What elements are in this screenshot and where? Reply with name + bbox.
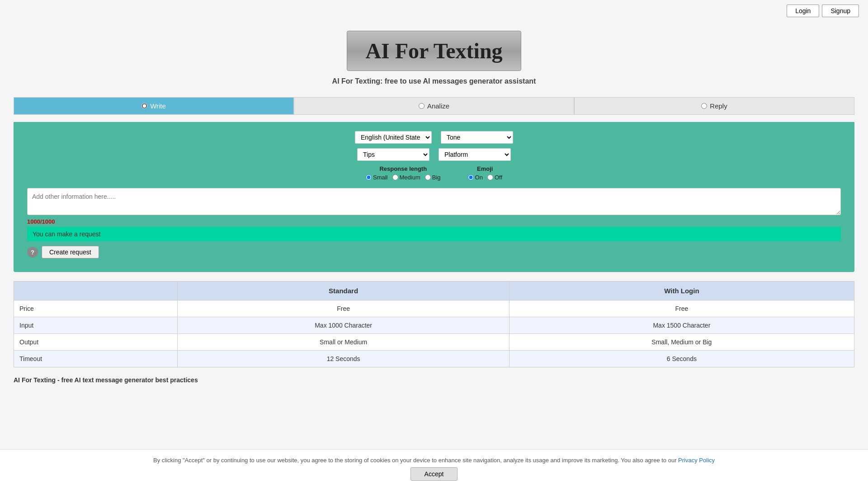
login-button[interactable]: Login (787, 5, 819, 17)
signup-button[interactable]: Signup (822, 5, 859, 17)
status-bar: You can make a request (27, 227, 841, 241)
create-request-button[interactable]: Create request (42, 246, 99, 258)
tab-write[interactable]: Write (14, 97, 294, 115)
size-big-text: Big (432, 174, 441, 181)
options-row: Response length Small Medium Big Emoji (27, 165, 841, 181)
emoji-off-radio[interactable] (487, 174, 493, 180)
response-length-radios: Small Medium Big (366, 174, 441, 181)
emoji-on-text: On (475, 174, 483, 181)
tab-reply[interactable]: Reply (574, 97, 854, 115)
tab-reply-label: Reply (710, 102, 727, 110)
pricing-row: Output Small or Medium Small, Medium or … (14, 334, 854, 351)
message-input[interactable] (27, 188, 841, 215)
pricing-login-2: Small, Medium or Big (509, 334, 854, 351)
emoji-off-label: Off (487, 174, 502, 181)
tab-analize-radio[interactable] (419, 103, 425, 109)
pricing-standard-3: 12 Seconds (178, 351, 509, 367)
emoji-on-label: On (468, 174, 483, 181)
pricing-section: Standard With Login Price Free Free Inpu… (14, 281, 854, 367)
size-big-radio[interactable] (425, 174, 431, 180)
controls-row-2: Tips Questions Compliments Platform SMS … (27, 148, 841, 161)
pricing-feature-1: Input (14, 317, 178, 334)
emoji-label: Emoji (477, 165, 493, 172)
emoji-radios: On Off (468, 174, 502, 181)
size-small-radio[interactable] (366, 174, 372, 180)
emoji-group: Emoji On Off (468, 165, 502, 181)
platform-select[interactable]: Platform SMS WhatsApp Telegram (439, 148, 511, 161)
pricing-table: Standard With Login Price Free Free Inpu… (14, 281, 854, 367)
size-small-label: Small (366, 174, 388, 181)
pricing-row: Timeout 12 Seconds 6 Seconds (14, 351, 854, 367)
pricing-feature-2: Output (14, 334, 178, 351)
tab-analize-label: Analize (427, 102, 449, 110)
mode-tabs: Write Analize Reply (14, 97, 854, 115)
language-select[interactable]: English (United State (355, 131, 432, 144)
logo-section: AI For Texting AI For Texting: free to u… (0, 22, 868, 90)
pricing-feature-0: Price (14, 300, 178, 317)
size-small-text: Small (373, 174, 388, 181)
pricing-col-feature (14, 282, 178, 300)
size-medium-label: Medium (392, 174, 420, 181)
emoji-on-radio[interactable] (468, 174, 474, 180)
tab-write-label: Write (150, 102, 166, 110)
logo-box: AI For Texting (347, 31, 521, 71)
size-medium-radio[interactable] (392, 174, 398, 180)
pricing-login-1: Max 1500 Character (509, 317, 854, 334)
char-counter: 1000/1000 (27, 218, 841, 225)
header-bar: Login Signup (0, 0, 868, 22)
bottom-controls: ? Create request (27, 246, 841, 258)
best-practices: AI For Texting - free AI text message ge… (14, 376, 854, 384)
size-big-label: Big (425, 174, 441, 181)
tab-reply-radio[interactable] (701, 103, 707, 109)
pricing-col-login: With Login (509, 282, 854, 300)
pricing-standard-1: Max 1000 Character (178, 317, 509, 334)
size-medium-text: Medium (400, 174, 420, 181)
pricing-login-3: 6 Seconds (509, 351, 854, 367)
controls-row-1: English (United State Tone Formal Casual… (27, 131, 841, 144)
pricing-login-0: Free (509, 300, 854, 317)
tab-analize[interactable]: Analize (294, 97, 574, 115)
tab-write-radio[interactable] (142, 103, 147, 109)
main-content: English (United State Tone Formal Casual… (14, 122, 854, 272)
response-length-group: Response length Small Medium Big (366, 165, 441, 181)
pricing-standard-0: Free (178, 300, 509, 317)
emoji-off-text: Off (495, 174, 502, 181)
topic-select[interactable]: Tips Questions Compliments (357, 148, 429, 161)
pricing-col-standard: Standard (178, 282, 509, 300)
pricing-row: Price Free Free (14, 300, 854, 317)
pricing-feature-3: Timeout (14, 351, 178, 367)
app-title: AI For Texting (365, 38, 502, 63)
tone-select[interactable]: Tone Formal Casual Friendly (441, 131, 513, 144)
response-length-label: Response length (379, 165, 427, 172)
pricing-row: Input Max 1000 Character Max 1500 Charac… (14, 317, 854, 334)
app-subtitle: AI For Texting: free to use AI messages … (332, 77, 536, 85)
pricing-standard-2: Small or Medium (178, 334, 509, 351)
help-button[interactable]: ? (27, 247, 38, 258)
